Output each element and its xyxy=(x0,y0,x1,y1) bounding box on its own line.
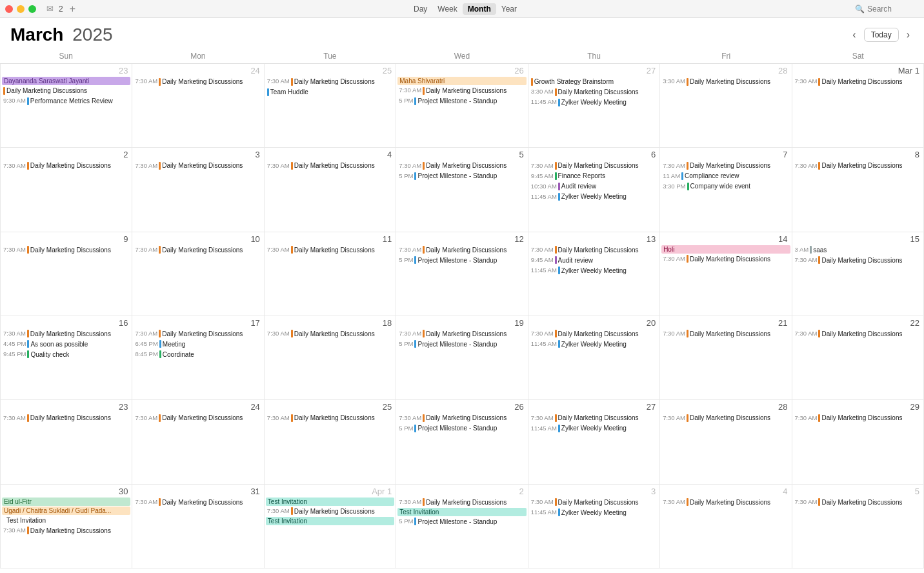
calendar-event[interactable]: 7:30 AMDaily Marketing Discussions xyxy=(397,329,526,339)
today-button[interactable]: Today xyxy=(864,28,899,42)
cal-cell[interactable]: 57:30 AMDaily Marketing Discussions5 PMP… xyxy=(396,148,528,232)
calendar-event[interactable]: 6:45 PMMeeting xyxy=(134,339,262,349)
calendar-event-full[interactable]: Test Invitation xyxy=(266,517,394,525)
calendar-event[interactable]: 7:30 AMDaily Marketing Discussions xyxy=(2,413,130,423)
search-input[interactable] xyxy=(867,5,919,14)
cal-cell[interactable]: 47:30 AMDaily Marketing Discussions xyxy=(660,485,792,568)
calendar-event[interactable]: 7:30 AMDaily Marketing Discussions xyxy=(2,245,130,255)
calendar-event[interactable]: 7:30 AMDaily Marketing Discussions xyxy=(397,161,526,170)
calendar-event[interactable]: 7:30 AMDaily Marketing Discussions xyxy=(134,245,262,255)
calendar-event[interactable]: 7:30 AMDaily Marketing Discussions xyxy=(794,413,922,423)
calendar-event[interactable]: 3:30 PMCompany wide event xyxy=(661,181,790,191)
cal-cell[interactable]: 197:30 AMDaily Marketing Discussions5 PM… xyxy=(396,316,528,400)
maximize-button[interactable] xyxy=(28,5,36,13)
cal-cell[interactable]: 257:30 AMDaily Marketing DiscussionsTeam… xyxy=(265,64,396,148)
calendar-event[interactable]: 9:45 AMAudit review xyxy=(530,256,658,265)
tab-year[interactable]: Year xyxy=(496,3,522,15)
calendar-event[interactable]: 7:30 AMDaily Marketing Discussions xyxy=(661,329,790,339)
calendar-event[interactable]: 9:30 AMPerformance Metrics Review xyxy=(2,96,130,106)
cal-cell[interactable]: Apr 1Test Invitation7:30 AMDaily Marketi… xyxy=(265,485,396,568)
tab-month[interactable]: Month xyxy=(463,3,496,15)
calendar-event[interactable]: 7:30 AMDaily Marketing Discussions xyxy=(530,498,658,507)
calendar-event[interactable]: 7:30 AMDaily Marketing Discussions xyxy=(661,254,790,264)
calendar-event[interactable]: 5 PMProject Milestone - Standup xyxy=(397,517,526,527)
calendar-event[interactable]: 7:30 AMDaily Marketing Discussions xyxy=(397,86,526,96)
calendar-event[interactable]: Daily Marketing Discussions xyxy=(2,86,130,96)
calendar-event-full[interactable]: Eid ul-Fitr xyxy=(2,498,130,506)
calendar-event[interactable]: 7:30 AMDaily Marketing Discussions xyxy=(2,329,130,339)
cal-cell[interactable]: 117:30 AMDaily Marketing Discussions xyxy=(265,232,396,316)
calendar-event[interactable]: 7:30 AMDaily Marketing Discussions xyxy=(794,256,922,265)
cal-cell[interactable]: 37:30 AMDaily Marketing Discussions11:45… xyxy=(528,485,660,568)
calendar-event[interactable]: 3:30 AMDaily Marketing Discussions xyxy=(530,87,658,97)
calendar-event[interactable]: 7:30 AMDaily Marketing Discussions xyxy=(266,161,394,170)
cal-cell[interactable]: 257:30 AMDaily Marketing Discussions xyxy=(265,400,396,484)
search-area[interactable]: 🔍 xyxy=(855,5,919,14)
calendar-event[interactable]: 5 PMProject Milestone - Standup xyxy=(397,339,526,349)
cal-cell[interactable]: 137:30 AMDaily Marketing Discussions9:45… xyxy=(528,232,660,316)
cal-cell[interactable]: 27:30 AMDaily Marketing Discussions xyxy=(1,148,132,232)
cal-cell[interactable]: 107:30 AMDaily Marketing Discussions xyxy=(132,232,264,316)
prev-month-button[interactable]: ‹ xyxy=(849,28,859,42)
calendar-event[interactable]: 7:30 AMDaily Marketing Discussions xyxy=(134,329,262,339)
cal-cell[interactable]: 317:30 AMDaily Marketing Discussions xyxy=(132,485,264,568)
calendar-event[interactable]: 7:30 AMDaily Marketing Discussions xyxy=(2,526,130,536)
calendar-event[interactable]: 5 PMProject Milestone - Standup xyxy=(397,256,526,265)
calendar-event[interactable]: 11:45 AMZylker Weekly Meeting xyxy=(530,97,658,107)
calendar-event[interactable]: 4:45 PMAs soon as possible xyxy=(2,339,130,349)
cal-cell[interactable]: 207:30 AMDaily Marketing Discussions11:4… xyxy=(528,316,660,400)
cal-cell[interactable]: 127:30 AMDaily Marketing Discussions5 PM… xyxy=(396,232,528,316)
close-button[interactable] xyxy=(5,5,13,13)
calendar-event[interactable]: 7:30 AMDaily Marketing Discussions xyxy=(397,413,526,423)
calendar-event[interactable]: 3 AMsaas xyxy=(794,245,922,255)
cal-cell[interactable]: 237:30 AMDaily Marketing Discussions xyxy=(1,400,132,484)
cal-cell[interactable]: 27Growth Strategy Brainstorm3:30 AMDaily… xyxy=(528,64,660,148)
calendar-event[interactable]: 11 AMCompliance review xyxy=(661,171,790,181)
calendar-event[interactable]: 7:30 AMDaily Marketing Discussions xyxy=(397,498,526,507)
cal-cell[interactable]: 287:30 AMDaily Marketing Discussions xyxy=(660,400,792,484)
calendar-event[interactable]: 10:30 AMAudit review xyxy=(530,181,658,191)
cal-cell[interactable]: 97:30 AMDaily Marketing Discussions xyxy=(1,232,132,316)
calendar-event[interactable]: 7:30 AMDaily Marketing Discussions xyxy=(134,413,262,423)
calendar-event[interactable]: 7:30 AMDaily Marketing Discussions xyxy=(794,498,922,507)
cal-cell[interactable]: 23Dayananda Saraswati JayantiDaily Marke… xyxy=(1,64,132,148)
cal-cell[interactable]: 67:30 AMDaily Marketing Discussions9:45 … xyxy=(528,148,660,232)
next-month-button[interactable]: › xyxy=(903,28,914,42)
calendar-event-full[interactable]: Holi xyxy=(661,245,790,254)
calendar-event[interactable]: 3:30 AMDaily Marketing Discussions xyxy=(661,77,790,86)
calendar-event[interactable]: 7:30 AMDaily Marketing Discussions xyxy=(530,245,658,255)
cal-cell[interactable]: 177:30 AMDaily Marketing Discussions6:45… xyxy=(132,316,264,400)
cal-cell[interactable]: 77:30 AMDaily Marketing Discussions11 AM… xyxy=(660,148,792,232)
calendar-event[interactable]: 7:30 AMDaily Marketing Discussions xyxy=(266,413,394,423)
calendar-event[interactable]: 7:30 AMDaily Marketing Discussions xyxy=(794,161,922,170)
calendar-event[interactable]: 7:30 AMDaily Marketing Discussions xyxy=(2,161,130,170)
calendar-event[interactable]: 7:30 AMDaily Marketing Discussions xyxy=(266,245,394,255)
calendar-event[interactable]: 8:45 PMCoordinate xyxy=(134,350,262,359)
calendar-event[interactable]: 11:45 AMZylker Weekly Meeting xyxy=(530,508,658,518)
calendar-event[interactable]: 7:30 AMDaily Marketing Discussions xyxy=(266,77,394,86)
calendar-event[interactable]: 7:30 AMDaily Marketing Discussions xyxy=(661,498,790,507)
calendar-event[interactable]: 7:30 AMDaily Marketing Discussions xyxy=(661,161,790,170)
calendar-event-full[interactable]: Test Invitation xyxy=(266,498,394,506)
cal-cell[interactable]: 247:30 AMDaily Marketing Discussions xyxy=(132,400,264,484)
cal-cell[interactable]: 277:30 AMDaily Marketing Discussions11:4… xyxy=(528,400,660,484)
calendar-event[interactable]: 5 PMProject Milestone - Standup xyxy=(397,423,526,433)
calendar-event[interactable]: 11:45 AMZylker Weekly Meeting xyxy=(530,339,658,349)
cal-cell[interactable]: 267:30 AMDaily Marketing Discussions5 PM… xyxy=(396,400,528,484)
cal-cell[interactable]: 153 AMsaas7:30 AMDaily Marketing Discuss… xyxy=(792,232,924,316)
calendar-event[interactable]: 7:30 AMDaily Marketing Discussions xyxy=(794,329,922,339)
minimize-button[interactable] xyxy=(17,5,25,13)
calendar-event[interactable]: 7:30 AMDaily Marketing Discussions xyxy=(134,161,262,170)
calendar-event[interactable]: 9:45 PMQuality check xyxy=(2,350,130,359)
calendar-event[interactable]: 5 PMProject Milestone - Standup xyxy=(397,171,526,181)
cal-cell[interactable]: 30Eid ul-FitrUgadi / Chaitra Sukladi / G… xyxy=(1,485,132,568)
cal-cell[interactable]: 47:30 AMDaily Marketing Discussions xyxy=(265,148,396,232)
cal-cell[interactable]: Mar 17:30 AMDaily Marketing Discussions xyxy=(792,64,924,148)
calendar-event[interactable]: 11:45 AMZylker Weekly Meeting xyxy=(530,266,658,276)
tab-week[interactable]: Week xyxy=(432,3,462,15)
cal-cell[interactable]: 217:30 AMDaily Marketing Discussions xyxy=(660,316,792,400)
cal-cell[interactable]: 247:30 AMDaily Marketing Discussions xyxy=(132,64,264,148)
cal-cell[interactable]: 14Holi7:30 AMDaily Marketing Discussions xyxy=(660,232,792,316)
calendar-event[interactable]: 7:30 AMDaily Marketing Discussions xyxy=(530,413,658,423)
calendar-event[interactable]: 7:30 AMDaily Marketing Discussions xyxy=(397,245,526,255)
